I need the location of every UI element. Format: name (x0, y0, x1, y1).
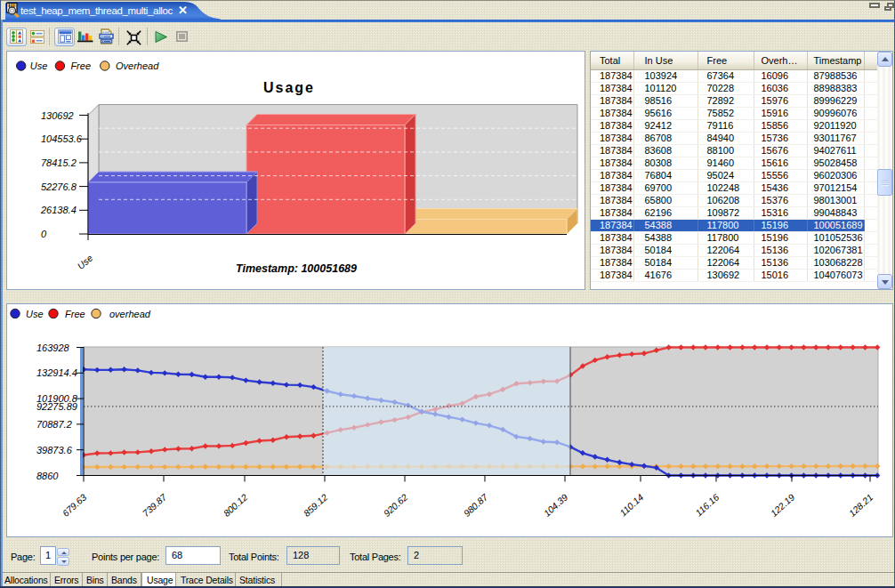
svg-text:Timestamp: 100051689: Timestamp: 100051689 (236, 262, 357, 275)
svg-text:980.87: 980.87 (461, 491, 490, 519)
svg-text:110.14: 110.14 (617, 491, 645, 518)
svg-text:52276.8: 52276.8 (41, 181, 77, 192)
svg-text:70887.2: 70887.2 (36, 419, 72, 430)
svg-text:128.21: 128.21 (846, 492, 875, 519)
svg-text:116.16: 116.16 (693, 491, 721, 518)
svg-text:920.62: 920.62 (381, 491, 409, 519)
svg-text:39873.6: 39873.6 (36, 445, 73, 455)
svg-text:Use: Use (26, 309, 44, 319)
svg-text:Overhead: Overhead (116, 60, 159, 71)
svg-text:679.63: 679.63 (60, 491, 88, 519)
svg-text:Free: Free (65, 309, 85, 319)
svg-text:104553.6: 104553.6 (41, 133, 83, 144)
svg-text:Usage: Usage (263, 80, 315, 95)
svg-text:78415.2: 78415.2 (41, 157, 77, 168)
svg-text:859.12: 859.12 (301, 491, 329, 519)
svg-text:739.87: 739.87 (140, 491, 169, 519)
svg-text:122.19: 122.19 (768, 491, 796, 519)
svg-text:163928: 163928 (36, 342, 70, 353)
svg-text:800.12: 800.12 (221, 491, 249, 519)
svg-text:0: 0 (41, 229, 47, 239)
svg-text:overhead: overhead (109, 309, 151, 319)
svg-text:104.39: 104.39 (541, 491, 569, 519)
svg-text:Free: Free (70, 60, 91, 71)
svg-text:8860: 8860 (36, 471, 59, 481)
svg-text:130692: 130692 (41, 110, 74, 121)
svg-text:Use: Use (30, 60, 48, 71)
svg-text:26138.4: 26138.4 (40, 205, 77, 215)
svg-text:132914.4: 132914.4 (36, 367, 77, 378)
svg-text:Use: Use (75, 252, 94, 271)
svg-text:92275.89: 92275.89 (36, 401, 77, 412)
